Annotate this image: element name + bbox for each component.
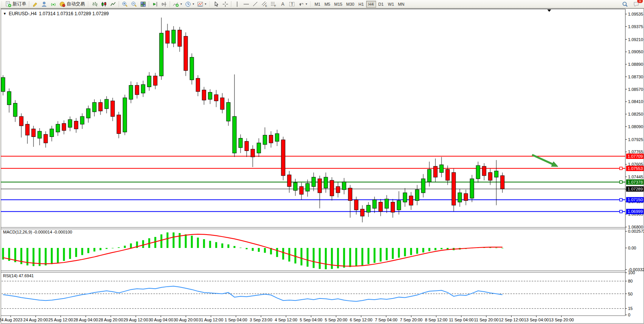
date-axis-label: 11 Sep 20:00 — [474, 318, 499, 322]
rsi-axis-label: 80 — [628, 279, 633, 283]
price-axis-label: 1.07925 — [628, 137, 643, 142]
macd-histogram-bar — [362, 248, 363, 265]
candle-body — [166, 31, 169, 43]
candle-body — [379, 202, 383, 211]
macd-histogram-bar — [100, 248, 102, 250]
candle-body — [208, 92, 212, 99]
candle-body — [391, 202, 395, 212]
date-axis-label: 31 Aug 12:00 — [199, 318, 223, 322]
macd-histogram-bar — [142, 240, 144, 248]
candle-body — [251, 149, 255, 157]
price-line-tag-label: 1.07378 — [628, 180, 643, 184]
candle-body — [367, 205, 370, 212]
candle-body — [476, 165, 480, 179]
macd-histogram-bar — [319, 248, 321, 269]
macd-histogram-bar — [441, 248, 443, 249]
price-axis-label: 1.06800 — [628, 225, 643, 229]
candle-body — [373, 200, 376, 208]
candle-body — [421, 179, 425, 193]
macd-histogram-bar — [179, 233, 181, 248]
date-axis-label: 28 Aug 20:00 — [99, 318, 123, 322]
date-axis-label: 5 Sep 04:00 — [300, 318, 322, 322]
candle-body — [68, 119, 72, 127]
price-axis-label: 1.09535 — [628, 12, 643, 16]
candle-body — [306, 183, 309, 191]
candle-body — [239, 138, 242, 148]
candle-body — [269, 135, 273, 143]
candle-body — [342, 182, 346, 189]
date-axis-label: 12 Sep 12:00 — [499, 318, 524, 322]
candle-body — [1, 78, 5, 92]
candle-body — [300, 187, 303, 194]
price-axis-label: 1.08730 — [628, 75, 643, 79]
candle-body — [50, 129, 54, 137]
hline-handle[interactable] — [620, 199, 622, 201]
rsi-axis-label: 15 — [628, 306, 633, 311]
macd-histogram-bar — [264, 248, 266, 253]
candle-body — [312, 177, 316, 187]
macd-histogram-bar — [404, 248, 406, 256]
candle-body — [293, 183, 297, 190]
macd-histogram-bar — [124, 246, 126, 248]
candle-body — [7, 92, 11, 105]
candle-body — [111, 101, 115, 116]
candle-body — [147, 76, 151, 87]
macd-histogram-bar — [185, 234, 187, 248]
macd-histogram-bar — [222, 243, 223, 248]
candle-body — [427, 169, 431, 182]
date-axis-label: 13 Sep 20:00 — [549, 318, 574, 322]
candle-body — [257, 143, 261, 153]
candle-body — [494, 171, 498, 177]
macd-histogram-bar — [313, 248, 315, 268]
candle-body — [287, 175, 291, 187]
candle-body — [92, 102, 96, 112]
macd-histogram-bar — [429, 248, 430, 251]
hline-handle[interactable] — [620, 167, 622, 170]
macd-histogram-bar — [112, 248, 114, 248]
date-axis-label: 7 Sep 04:00 — [375, 318, 397, 322]
date-axis-label: 30 Aug 20:00 — [174, 318, 198, 322]
hline-handle[interactable] — [620, 210, 622, 213]
candle-body — [488, 173, 492, 180]
candle-body — [202, 90, 206, 100]
date-axis-label: 24 Aug 20:00 — [23, 318, 48, 322]
date-axis-label: 24 Aug 2023 — [0, 318, 22, 322]
date-axis-label: 8 Sep 12:00 — [425, 318, 447, 322]
candle-body — [13, 103, 17, 116]
macd-histogram-bar — [435, 248, 437, 250]
plot-background[interactable] — [1, 9, 626, 316]
macd-histogram-bar — [416, 248, 418, 254]
macd-indicator-label: MACD(12,26,9) -0.000014 -0.000100 — [3, 230, 72, 234]
macd-histogram-bar — [69, 248, 71, 259]
price-axis-label: 1.07765 — [628, 149, 643, 154]
candle-body — [263, 135, 267, 145]
candle-body — [214, 95, 218, 101]
macd-histogram-bar — [368, 248, 370, 264]
macd-histogram-bar — [197, 238, 199, 248]
candle-body — [464, 194, 468, 200]
macd-histogram-bar — [343, 248, 345, 268]
macd-histogram-bar — [331, 248, 333, 269]
price-line-tag-label: 1.07709 — [628, 154, 643, 159]
macd-histogram-bar — [398, 248, 400, 258]
hline-handle[interactable] — [620, 181, 622, 183]
macd-histogram-bar — [422, 248, 424, 253]
candle-body — [330, 180, 334, 196]
candle-body — [32, 129, 35, 137]
macd-histogram-bar — [63, 248, 65, 261]
date-axis-label: 6 Sep 12:00 — [350, 318, 372, 322]
candle-body — [226, 102, 230, 121]
macd-histogram-bar — [118, 247, 120, 248]
macd-histogram-bar — [45, 248, 47, 265]
date-axis-label: 13 Sep 04:00 — [524, 318, 548, 322]
candle-body — [190, 57, 194, 80]
chart-canvas[interactable]: 1.095351.093751.092101.090501.088901.087… — [0, 0, 644, 324]
chart-title: ▼ EURUSD-,H4 1.07314 1.07316 1.07289 1.0… — [3, 11, 109, 16]
price-axis-label: 1.08250 — [628, 112, 643, 116]
date-axis-label: 29 Aug 12:00 — [123, 318, 148, 322]
candle-body — [19, 116, 23, 126]
macd-histogram-bar — [355, 248, 357, 266]
date-axis-label: 3 Sep 23:00 — [250, 318, 272, 322]
symbol-dropdown-icon[interactable]: ▼ — [3, 12, 6, 16]
macd-histogram-bar — [75, 248, 77, 257]
